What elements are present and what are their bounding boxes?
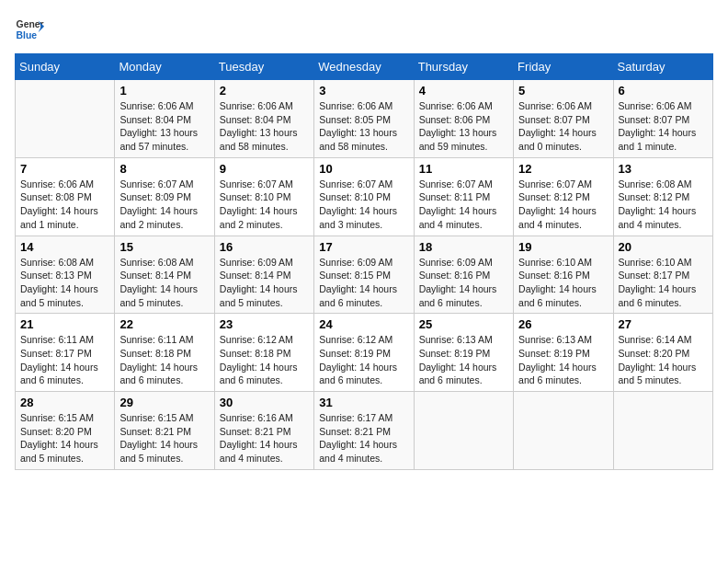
column-header-thursday: Thursday [414, 54, 513, 80]
day-number: 11 [419, 162, 508, 176]
day-info: Sunrise: 6:10 AM Sunset: 8:16 PM Dayligh… [518, 256, 608, 310]
day-number: 26 [518, 317, 608, 331]
calendar-cell: 4Sunrise: 6:06 AM Sunset: 8:06 PM Daylig… [414, 80, 513, 158]
calendar-cell: 15Sunrise: 6:08 AM Sunset: 8:14 PM Dayli… [115, 236, 214, 314]
calendar-cell: 6Sunrise: 6:06 AM Sunset: 8:07 PM Daylig… [613, 80, 712, 158]
day-info: Sunrise: 6:09 AM Sunset: 8:14 PM Dayligh… [220, 256, 309, 310]
day-number: 24 [319, 317, 408, 331]
day-number: 5 [518, 84, 608, 98]
calendar-cell: 12Sunrise: 6:07 AM Sunset: 8:12 PM Dayli… [514, 157, 613, 236]
page-header: General Blue [15, 15, 713, 44]
day-number: 2 [220, 84, 309, 98]
day-number: 23 [220, 317, 309, 331]
day-number: 12 [518, 162, 608, 176]
day-number: 31 [319, 396, 408, 409]
calendar-cell: 19Sunrise: 6:10 AM Sunset: 8:16 PM Dayli… [514, 236, 613, 314]
day-info: Sunrise: 6:17 AM Sunset: 8:21 PM Dayligh… [319, 411, 408, 465]
calendar-cell: 22Sunrise: 6:11 AM Sunset: 8:18 PM Dayli… [115, 314, 214, 392]
column-header-friday: Friday [514, 54, 613, 80]
day-info: Sunrise: 6:06 AM Sunset: 8:07 PM Dayligh… [619, 99, 708, 154]
svg-text:Blue: Blue [17, 30, 38, 40]
day-info: Sunrise: 6:12 AM Sunset: 8:19 PM Dayligh… [319, 333, 408, 387]
svg-text:General: General [17, 19, 44, 29]
calendar-cell: 28Sunrise: 6:15 AM Sunset: 8:20 PM Dayli… [16, 392, 115, 470]
calendar-cell: 9Sunrise: 6:07 AM Sunset: 8:10 PM Daylig… [214, 157, 313, 236]
calendar-cell: 29Sunrise: 6:15 AM Sunset: 8:21 PM Dayli… [115, 392, 214, 470]
calendar-cell: 14Sunrise: 6:08 AM Sunset: 8:13 PM Dayli… [16, 236, 115, 314]
day-number: 15 [119, 240, 209, 254]
calendar-cell: 3Sunrise: 6:06 AM Sunset: 8:05 PM Daylig… [314, 80, 414, 158]
calendar-cell [613, 392, 712, 470]
day-number: 10 [319, 162, 408, 176]
calendar-cell: 23Sunrise: 6:12 AM Sunset: 8:18 PM Dayli… [214, 314, 313, 392]
calendar-cell [414, 392, 513, 470]
calendar-header-row: SundayMondayTuesdayWednesdayThursdayFrid… [16, 54, 713, 80]
day-info: Sunrise: 6:06 AM Sunset: 8:05 PM Dayligh… [319, 99, 408, 154]
day-number: 20 [619, 240, 708, 254]
day-info: Sunrise: 6:09 AM Sunset: 8:16 PM Dayligh… [419, 256, 508, 310]
calendar-week-row: 21Sunrise: 6:11 AM Sunset: 8:17 PM Dayli… [16, 314, 713, 392]
calendar-week-row: 7Sunrise: 6:06 AM Sunset: 8:08 PM Daylig… [16, 157, 713, 236]
calendar-cell: 2Sunrise: 6:06 AM Sunset: 8:04 PM Daylig… [214, 80, 313, 158]
calendar-cell: 1Sunrise: 6:06 AM Sunset: 8:04 PM Daylig… [115, 80, 214, 158]
day-info: Sunrise: 6:07 AM Sunset: 8:10 PM Dayligh… [319, 178, 408, 232]
day-info: Sunrise: 6:07 AM Sunset: 8:11 PM Dayligh… [419, 178, 508, 232]
calendar-cell: 11Sunrise: 6:07 AM Sunset: 8:11 PM Dayli… [414, 157, 513, 236]
day-number: 6 [619, 84, 708, 98]
day-info: Sunrise: 6:11 AM Sunset: 8:17 PM Dayligh… [20, 333, 109, 387]
day-info: Sunrise: 6:10 AM Sunset: 8:17 PM Dayligh… [619, 256, 708, 310]
day-number: 14 [20, 240, 109, 254]
day-info: Sunrise: 6:15 AM Sunset: 8:20 PM Dayligh… [20, 411, 109, 465]
column-header-saturday: Saturday [613, 54, 712, 80]
column-header-wednesday: Wednesday [314, 54, 414, 80]
day-info: Sunrise: 6:07 AM Sunset: 8:12 PM Dayligh… [518, 178, 608, 232]
calendar-week-row: 28Sunrise: 6:15 AM Sunset: 8:20 PM Dayli… [16, 392, 713, 470]
calendar-cell: 7Sunrise: 6:06 AM Sunset: 8:08 PM Daylig… [16, 157, 115, 236]
calendar-cell: 20Sunrise: 6:10 AM Sunset: 8:17 PM Dayli… [613, 236, 712, 314]
day-info: Sunrise: 6:13 AM Sunset: 8:19 PM Dayligh… [518, 333, 608, 387]
calendar-table: SundayMondayTuesdayWednesdayThursdayFrid… [15, 53, 713, 470]
day-info: Sunrise: 6:06 AM Sunset: 8:04 PM Dayligh… [119, 99, 209, 154]
column-header-sunday: Sunday [16, 54, 115, 80]
column-header-tuesday: Tuesday [214, 54, 313, 80]
calendar-cell: 8Sunrise: 6:07 AM Sunset: 8:09 PM Daylig… [115, 157, 214, 236]
day-number: 3 [319, 84, 408, 98]
calendar-cell [16, 80, 115, 158]
day-info: Sunrise: 6:11 AM Sunset: 8:18 PM Dayligh… [119, 333, 209, 387]
day-number: 7 [20, 162, 109, 176]
day-number: 18 [419, 240, 508, 254]
calendar-cell: 24Sunrise: 6:12 AM Sunset: 8:19 PM Dayli… [314, 314, 414, 392]
day-number: 4 [419, 84, 508, 98]
calendar-cell: 10Sunrise: 6:07 AM Sunset: 8:10 PM Dayli… [314, 157, 414, 236]
day-number: 13 [619, 162, 708, 176]
column-header-monday: Monday [115, 54, 214, 80]
calendar-cell: 21Sunrise: 6:11 AM Sunset: 8:17 PM Dayli… [16, 314, 115, 392]
day-info: Sunrise: 6:06 AM Sunset: 8:07 PM Dayligh… [518, 99, 608, 154]
day-info: Sunrise: 6:15 AM Sunset: 8:21 PM Dayligh… [119, 411, 209, 465]
calendar-cell: 5Sunrise: 6:06 AM Sunset: 8:07 PM Daylig… [514, 80, 613, 158]
calendar-cell: 25Sunrise: 6:13 AM Sunset: 8:19 PM Dayli… [414, 314, 513, 392]
day-info: Sunrise: 6:14 AM Sunset: 8:20 PM Dayligh… [619, 333, 708, 387]
day-info: Sunrise: 6:16 AM Sunset: 8:21 PM Dayligh… [220, 411, 309, 465]
calendar-cell: 17Sunrise: 6:09 AM Sunset: 8:15 PM Dayli… [314, 236, 414, 314]
calendar-cell: 26Sunrise: 6:13 AM Sunset: 8:19 PM Dayli… [514, 314, 613, 392]
calendar-week-row: 14Sunrise: 6:08 AM Sunset: 8:13 PM Dayli… [16, 236, 713, 314]
day-info: Sunrise: 6:08 AM Sunset: 8:12 PM Dayligh… [619, 178, 708, 232]
calendar-cell: 30Sunrise: 6:16 AM Sunset: 8:21 PM Dayli… [214, 392, 313, 470]
logo: General Blue [15, 15, 44, 44]
day-number: 19 [518, 240, 608, 254]
day-number: 25 [419, 317, 508, 331]
day-number: 22 [119, 317, 209, 331]
day-info: Sunrise: 6:06 AM Sunset: 8:04 PM Dayligh… [220, 99, 309, 154]
day-info: Sunrise: 6:12 AM Sunset: 8:18 PM Dayligh… [220, 333, 309, 387]
day-info: Sunrise: 6:09 AM Sunset: 8:15 PM Dayligh… [319, 256, 408, 310]
day-number: 21 [20, 317, 109, 331]
day-number: 27 [619, 317, 708, 331]
calendar-week-row: 1Sunrise: 6:06 AM Sunset: 8:04 PM Daylig… [16, 80, 713, 158]
day-number: 9 [220, 162, 309, 176]
day-number: 28 [20, 396, 109, 409]
day-number: 17 [319, 240, 408, 254]
calendar-cell [514, 392, 613, 470]
day-info: Sunrise: 6:06 AM Sunset: 8:06 PM Dayligh… [419, 99, 508, 154]
day-number: 30 [220, 396, 309, 409]
